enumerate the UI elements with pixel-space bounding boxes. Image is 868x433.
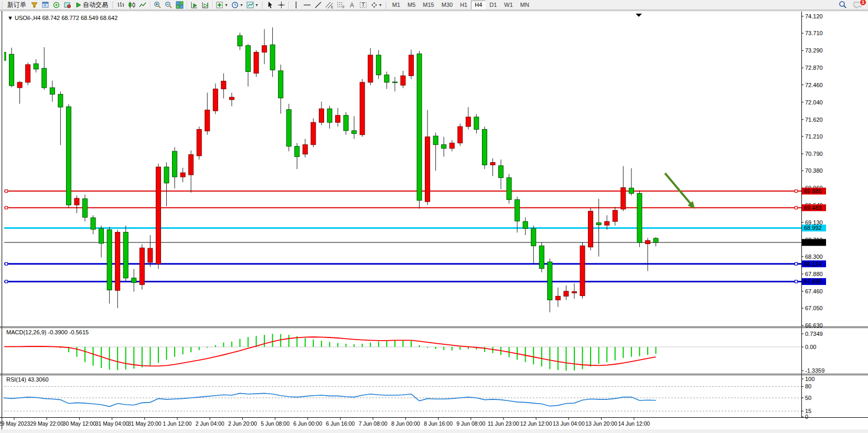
candlestick [205,110,210,131]
period-icon[interactable]: ▼ [230,1,245,9]
chevron-down-icon: ▼ [240,3,243,7]
candlestick [42,68,47,88]
add-indicator-icon[interactable]: ▼ [215,1,230,9]
x-axis-label: 1 Jun 12:00 [163,420,192,427]
toolbar-grip[interactable] [112,1,114,8]
chevron-down-icon: ▼ [224,3,228,7]
candlestick [156,167,160,264]
candlestick [523,221,528,228]
zoom-out-icon[interactable] [163,1,174,9]
x-axis-label: 13 Jun 20:00 [585,420,617,427]
hline-handle[interactable] [795,206,798,209]
timeframe-w1[interactable]: W1 [500,1,517,9]
timeframe-m15[interactable]: M15 [419,1,437,9]
candlestick [458,126,463,143]
candlestick-icon[interactable] [126,1,137,9]
zoom-in-icon[interactable] [152,1,163,9]
hline-handle[interactable] [5,190,8,193]
candlestick [262,46,267,52]
auto-trading-label: 自动交易 [83,1,108,9]
price-badge-label: 69.886 [804,188,822,194]
y-axis-label: 71.620 [805,117,823,123]
candlestick [83,199,88,217]
toolbar-grip[interactable] [385,1,388,8]
crosshair-icon[interactable] [276,1,287,9]
fibo-icon[interactable]: F [335,1,347,9]
candlestick [164,167,169,183]
channel-icon[interactable]: E [324,1,335,9]
candlestick [605,221,609,225]
line-chart-icon[interactable] [137,1,148,9]
chart-canvas[interactable]: 74.12073.71073.29072.87072.46072.04071.6… [0,0,868,433]
y-axis-label: 70.790 [805,151,823,157]
macd-axis-label: -1.3359 [805,367,824,374]
x-axis-label: 7 Jun 08:00 [359,420,388,427]
timeframe-d1[interactable]: D1 [486,1,500,9]
notifications-icon[interactable]: 1 [852,1,864,9]
hline-handle[interactable] [5,206,8,209]
toolbar: 新订单 自动交易 [0,0,868,10]
label-icon[interactable]: T [358,1,369,9]
timeframe-h1[interactable]: H1 [456,1,471,9]
toolbar-grip[interactable] [1,1,4,8]
candlestick [548,262,552,300]
candlestick [295,146,299,157]
hline-handle[interactable] [795,280,798,283]
chart-shift-icon[interactable] [200,1,211,9]
price-badge-label: 68.642 [804,239,822,246]
candlestick [376,55,381,75]
new-order-button[interactable]: 新订单 [5,1,29,9]
hline-handle[interactable] [5,280,8,283]
hline-handle[interactable] [5,262,8,265]
candlestick [482,130,487,165]
candlestick [26,65,30,82]
x-axis-label: 12 Jun 12:00 [520,420,552,427]
candlestick [352,131,357,134]
navigator-icon[interactable] [51,1,62,9]
candlestick [303,145,307,154]
toolbar-grip[interactable] [261,1,264,8]
terminal-icon[interactable] [62,1,73,9]
timeframe-mn[interactable]: MN [517,1,533,9]
bar-chart-icon[interactable] [115,1,126,9]
timeframe-m30[interactable]: M30 [438,1,456,9]
hline-handle[interactable] [795,262,798,265]
y-axis-label: 73.290 [805,47,823,54]
price-badge-label: 67.695 [804,278,822,284]
auto-trading-button[interactable]: 自动交易 [73,1,111,9]
play-icon [76,2,81,8]
candlestick [507,178,511,200]
candlestick [254,52,259,73]
candlestick [123,232,128,278]
svg-text:E: E [331,5,334,9]
hline-icon[interactable] [302,1,313,9]
tile-windows-icon[interactable] [174,1,185,9]
candlestick [197,130,201,156]
y-axis-label: 72.040 [805,99,823,105]
timeframe-h4[interactable]: H4 [471,1,486,9]
timeframe-m5[interactable]: M5 [404,1,419,9]
hline-handle[interactable] [795,190,798,193]
cursor-icon[interactable] [265,1,276,9]
auto-scroll-icon[interactable] [189,1,200,9]
chart-title: ▼ USOil-,H4 68.742 68.772 68.549 68.642 [7,15,117,21]
x-axis-label: 31 May 04:00 [95,420,129,427]
funnel-icon[interactable] [29,1,40,9]
candlestick [34,64,38,69]
y-axis-label: 72.460 [805,82,823,88]
candlestick [637,193,642,242]
market-watch-icon[interactable] [40,1,51,9]
candlestick [319,109,324,122]
candlestick [572,292,577,293]
text-icon[interactable]: A [347,1,358,9]
candlestick [466,117,470,126]
timeframe-m1[interactable]: M1 [389,1,404,9]
template-icon[interactable]: ▼ [245,1,260,9]
candlestick [401,76,405,85]
x-axis-label: 30 May 12:00 [63,420,97,427]
vline-icon[interactable] [291,1,302,9]
x-axis-label: 2 Jun 04:00 [196,420,224,427]
arrows-icon[interactable]: ▼ [369,1,384,9]
search-icon[interactable] [837,1,849,9]
trendline-icon[interactable] [313,1,324,9]
